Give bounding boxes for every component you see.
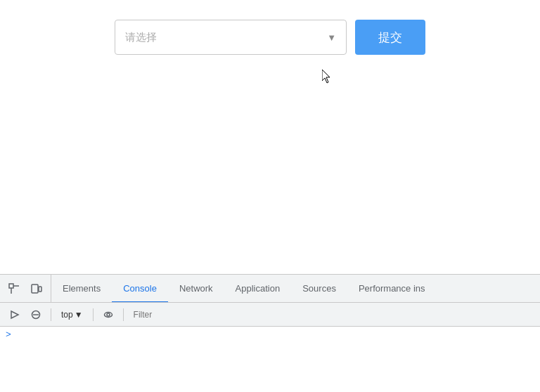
console-prompt[interactable]: > [6,329,11,340]
chevron-down-icon: ▼ [327,32,336,43]
eye-button[interactable] [99,306,117,324]
tab-elements[interactable]: Elements [51,275,112,302]
form-row: 请选择 ▼ 提交 [115,20,425,55]
cursor-icon [322,70,332,84]
devtools-toolbar: Elements Console Network Application Sou… [0,275,540,303]
clear-console-button[interactable] [27,306,45,324]
devtools-icon-group [0,275,51,302]
tab-sources[interactable]: Sources [291,275,347,302]
context-chevron-icon: ▼ [75,310,83,320]
execute-script-button[interactable] [6,306,24,324]
devtools-panel: Elements Console Network Application Sou… [0,274,540,392]
select-wrapper: 请选择 ▼ [115,20,347,55]
context-selector[interactable]: top ▼ [57,310,87,320]
separator-3 [123,308,124,321]
submit-button[interactable]: 提交 [355,20,425,55]
execute-icon [10,310,20,320]
select-placeholder: 请选择 [125,31,157,44]
svg-point-9 [107,313,110,316]
tab-performance[interactable]: Performance ins [347,275,437,302]
svg-rect-3 [32,285,38,293]
device-toolbar-button[interactable] [27,279,46,299]
svg-marker-5 [11,311,18,318]
separator-2 [93,308,94,321]
inspect-icon [8,283,20,294]
clear-icon [31,310,41,320]
devtools-secondary-bar: top ▼ [0,303,540,327]
device-icon [31,283,42,294]
svg-rect-0 [9,284,13,288]
tab-network[interactable]: Network [168,275,224,302]
devtools-tabs: Elements Console Network Application Sou… [51,275,540,302]
svg-rect-4 [39,287,41,292]
main-content: 请选择 ▼ 提交 [0,0,540,274]
console-filter-input[interactable] [129,310,534,320]
inspect-element-button[interactable] [4,279,24,299]
tab-console[interactable]: Console [112,275,168,302]
separator [51,308,51,321]
tab-application[interactable]: Application [224,275,292,302]
devtools-console-content: > [0,327,540,392]
eye-icon [103,310,113,320]
select-dropdown[interactable]: 请选择 ▼ [115,20,347,55]
